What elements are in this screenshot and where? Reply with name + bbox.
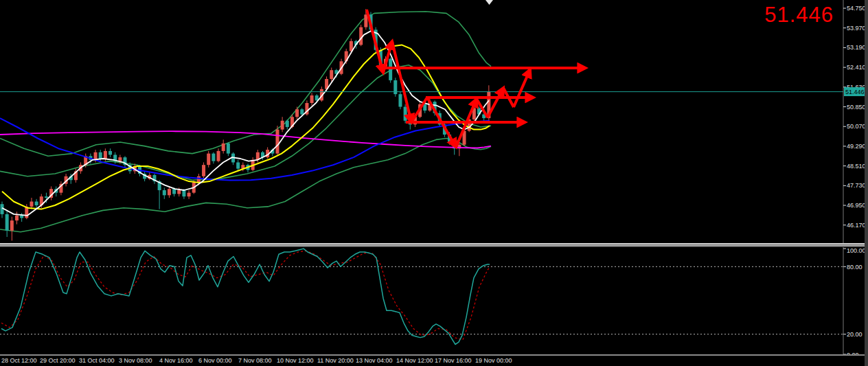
ma-yellow-line <box>2 45 490 209</box>
current-price-badge-label: 51.446 <box>845 89 865 95</box>
ma-magenta-line <box>0 131 491 148</box>
bb-upper-line <box>0 12 491 157</box>
time-tick-label: 10 Nov 12:00 <box>277 357 314 364</box>
price-tick-label: 49.290 <box>847 143 866 150</box>
candlesticks <box>1 9 491 240</box>
time-tick-label: 14 Nov 12:00 <box>396 357 433 364</box>
stoch-tick-label: 80.00 <box>847 264 863 271</box>
time-tick-label: 19 Nov 00:00 <box>475 357 512 364</box>
stoch-tick-label: 100.00 <box>847 247 866 254</box>
chart-canvas[interactable]: 54.75053.97053.19052.41051.63050.85050.0… <box>0 0 868 366</box>
price-tick-label: 53.190 <box>847 44 866 51</box>
time-tick-label: 29 Oct 20:00 <box>40 357 76 364</box>
time-tick-label: 28 Oct 12:00 <box>1 357 37 364</box>
time-axis[interactable]: 28 Oct 12:0029 Oct 20:0031 Oct 04:003 No… <box>0 356 865 366</box>
mt4-chart-window: 54.75053.97053.19052.41051.63050.85050.0… <box>0 0 868 366</box>
price-tick-label: 54.750 <box>847 5 866 12</box>
time-tick-label: 13 Nov 04:00 <box>356 357 393 364</box>
time-tick-label: 31 Oct 04:00 <box>79 357 115 364</box>
price-tick-label: 50.850 <box>847 104 866 111</box>
time-tick-label: 6 Nov 00:00 <box>198 357 232 364</box>
price-tick-label: 47.730 <box>847 182 866 189</box>
stoch-main-line <box>1 249 490 344</box>
price-tick-label: 52.410 <box>847 64 866 71</box>
time-tick-label: 3 Nov 08:00 <box>119 357 152 364</box>
price-tick-label: 50.070 <box>847 123 866 130</box>
stochastic-panel[interactable] <box>0 249 843 344</box>
window-right-border <box>865 0 868 366</box>
price-tick-label: 53.970 <box>847 25 866 32</box>
time-tick-label: 7 Nov 08:00 <box>238 357 272 364</box>
price-axis[interactable]: 54.75053.97053.19052.41051.63050.85050.0… <box>843 0 867 358</box>
chart-shift-marker-icon[interactable] <box>486 0 493 5</box>
ma-blue-line <box>0 118 490 181</box>
stoch-tick-label: 20.00 <box>847 331 863 338</box>
annotation-arrow[interactable] <box>514 69 530 107</box>
time-tick-label: 17 Nov 16:00 <box>435 357 472 364</box>
price-tick-label: 48.510 <box>847 163 866 170</box>
time-tick-label: 4 Nov 16:00 <box>159 357 193 364</box>
panel-separator[interactable] <box>0 243 865 247</box>
price-tick-label: 46.950 <box>847 202 866 209</box>
main-price-panel[interactable] <box>0 9 843 240</box>
time-tick-label: 11 Nov 20:00 <box>317 357 354 364</box>
annotation-arrow[interactable] <box>367 10 383 73</box>
price-tick-label: 46.170 <box>847 222 866 229</box>
current-price-readout: 51.446 <box>764 3 834 27</box>
trend-annotation-arrows[interactable] <box>367 10 586 147</box>
